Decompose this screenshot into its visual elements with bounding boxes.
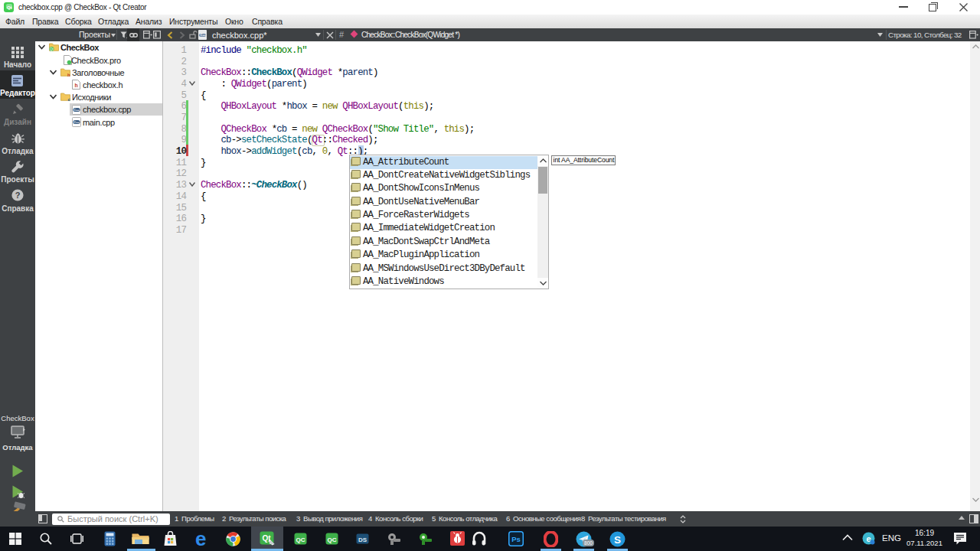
svg-text:C++: C++ [74, 121, 80, 124]
svg-text:QC: QC [296, 536, 305, 543]
svg-text:QC: QC [328, 536, 337, 543]
svg-text:Qt: Qt [50, 47, 54, 51]
svg-text:S: S [614, 534, 621, 546]
svg-text:h: h [74, 83, 77, 89]
svg-text:h: h [67, 72, 70, 77]
svg-text:?: ? [15, 191, 21, 200]
svg-text:DS: DS [358, 536, 368, 543]
svg-text:c: c [68, 97, 71, 102]
svg-text:C++: C++ [74, 108, 80, 111]
svg-text:Qt: Qt [262, 534, 271, 543]
svg-text:Ps: Ps [511, 535, 521, 543]
